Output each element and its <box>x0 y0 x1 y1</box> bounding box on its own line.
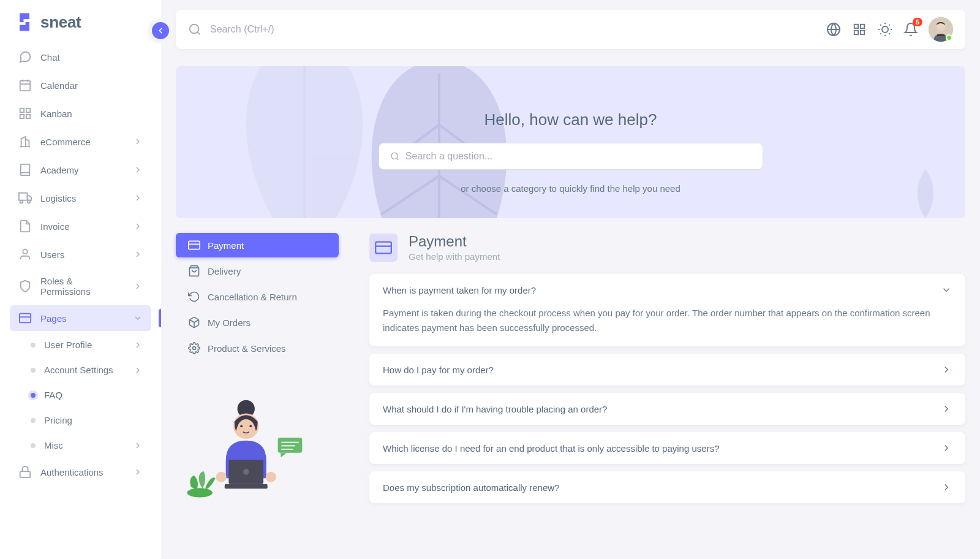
accordion-question: What should I do if I'm having trouble p… <box>383 404 607 414</box>
chevron-right-icon <box>941 482 952 493</box>
accordion-header[interactable]: When is payment taken for my order? <box>369 274 965 306</box>
sidebar-item-users[interactable]: Users <box>10 241 151 267</box>
sidebar-item-label: Academy <box>40 165 79 175</box>
sun-icon <box>878 22 892 37</box>
svg-line-17 <box>197 32 200 34</box>
brand-logo-icon <box>15 12 34 32</box>
apps-button[interactable] <box>851 21 867 37</box>
sidebar-item-kanban[interactable]: Kanban <box>10 101 151 126</box>
brand[interactable]: sneat <box>0 12 161 44</box>
tab-label: Delivery <box>208 266 241 276</box>
section-subtitle: Get help with payment <box>409 251 500 262</box>
tab-product[interactable]: Product & Services <box>176 336 339 360</box>
accordion-question: Which license do I need for an end produ… <box>383 443 720 454</box>
hero-search-input[interactable] <box>405 151 752 162</box>
svg-point-24 <box>882 26 888 32</box>
hero: Hello, how can we help? or choose a cate… <box>176 66 965 218</box>
avatar-wrapper[interactable] <box>929 17 953 42</box>
decorative-leaf-icon <box>311 66 568 218</box>
sidebar-item-label: Logistics <box>40 193 76 203</box>
dot-icon <box>31 343 36 348</box>
svg-rect-4 <box>20 108 24 112</box>
tab-orders[interactable]: My Orders <box>176 310 339 335</box>
sidebar-item-label: Misc <box>44 440 63 451</box>
shield-icon <box>18 280 32 293</box>
svg-rect-66 <box>375 241 391 253</box>
svg-point-60 <box>249 425 252 427</box>
truck-icon <box>18 191 32 205</box>
sidebar-item-label: Pricing <box>44 415 72 425</box>
svg-point-61 <box>216 472 227 482</box>
user-icon <box>18 248 32 261</box>
sidebar-submenu-pages: User Profile Account Settings FAQ Pricin… <box>10 333 151 457</box>
tab-cancellation[interactable]: Cancellation & Return <box>176 284 339 309</box>
search-icon <box>188 23 202 36</box>
svg-rect-8 <box>19 193 28 200</box>
sidebar-item-faq[interactable]: FAQ <box>22 384 151 406</box>
chevron-right-icon <box>133 281 143 291</box>
hero-search[interactable] <box>379 143 763 170</box>
sidebar-item-misc[interactable]: Misc <box>22 434 151 457</box>
tab-column: Payment Delivery Cancellation & Return M… <box>176 233 339 504</box>
svg-rect-13 <box>20 314 31 323</box>
tab-payment[interactable]: Payment <box>176 233 339 257</box>
tab-label: Cancellation & Return <box>208 292 297 302</box>
sidebar-item-account-settings[interactable]: Account Settings <box>22 359 151 381</box>
accordion-header[interactable]: Does my subscription automatically renew… <box>369 471 965 503</box>
chevron-right-icon <box>133 221 143 231</box>
sidebar-item-label: Invoice <box>40 221 70 232</box>
apps-grid-icon <box>853 23 866 36</box>
topbar: 5 <box>176 10 965 49</box>
svg-line-45 <box>396 158 398 160</box>
chevron-right-icon <box>133 340 143 350</box>
sidebar-nav: Chat Calendar Kanban eCommerce Academy L… <box>0 44 161 542</box>
sidebar-item-calendar[interactable]: Calendar <box>10 72 151 98</box>
tab-label: Product & Services <box>208 343 286 354</box>
tab-label: My Orders <box>208 318 251 328</box>
chevron-right-icon <box>941 364 952 375</box>
accordion-header[interactable]: Which license do I need for an end produ… <box>369 432 965 464</box>
language-button[interactable] <box>826 21 842 37</box>
chevron-right-icon <box>133 165 143 175</box>
card-icon <box>375 239 392 256</box>
sidebar-item-label: User Profile <box>44 340 92 350</box>
chevron-down-icon <box>941 284 952 295</box>
search-input[interactable] <box>210 24 817 35</box>
sidebar-item-pricing[interactable]: Pricing <box>22 409 151 432</box>
chevron-right-icon <box>133 137 143 146</box>
content: Payment Delivery Cancellation & Return M… <box>176 233 965 504</box>
notifications-button[interactable]: 5 <box>903 21 919 37</box>
svg-rect-5 <box>26 108 30 112</box>
svg-rect-35 <box>937 34 944 36</box>
decorative-shape-icon <box>904 169 947 218</box>
chevron-down-icon <box>133 313 143 323</box>
sidebar-item-label: Roles & Permissions <box>40 276 124 297</box>
sidebar-item-invoice[interactable]: Invoice <box>10 213 151 239</box>
sidebar-item-authentications[interactable]: Authentications <box>10 459 151 485</box>
sidebar-item-label: Pages <box>40 313 67 324</box>
svg-rect-23 <box>854 31 858 34</box>
sidebar-item-label: Users <box>40 249 64 260</box>
accordion-header[interactable]: How do I pay for my order? <box>369 354 965 386</box>
tab-list: Payment Delivery Cancellation & Return M… <box>176 233 339 360</box>
svg-line-31 <box>880 33 881 34</box>
sidebar-collapse-button[interactable] <box>152 22 169 39</box>
sidebar-item-label: eCommerce <box>40 137 91 147</box>
sidebar-item-academy[interactable]: Academy <box>10 157 151 183</box>
sidebar-item-chat[interactable]: Chat <box>10 44 151 70</box>
support-illustration <box>176 397 311 501</box>
chevron-right-icon <box>133 193 143 203</box>
sidebar-item-pages[interactable]: Pages <box>10 305 151 331</box>
dot-icon <box>31 368 36 373</box>
sidebar-item-roles[interactable]: Roles & Permissions <box>10 270 151 303</box>
svg-line-28 <box>889 33 889 34</box>
sidebar-item-label: Kanban <box>40 108 72 119</box>
theme-toggle-button[interactable] <box>877 21 893 37</box>
svg-point-16 <box>190 25 199 34</box>
hero-subtitle: or choose a category to quickly find the… <box>190 183 951 194</box>
sidebar-item-logistics[interactable]: Logistics <box>10 185 151 211</box>
sidebar-item-ecommerce[interactable]: eCommerce <box>10 129 151 154</box>
tab-delivery[interactable]: Delivery <box>176 259 339 283</box>
sidebar-item-user-profile[interactable]: User Profile <box>22 333 151 356</box>
accordion-header[interactable]: What should I do if I'm having trouble p… <box>369 393 965 425</box>
